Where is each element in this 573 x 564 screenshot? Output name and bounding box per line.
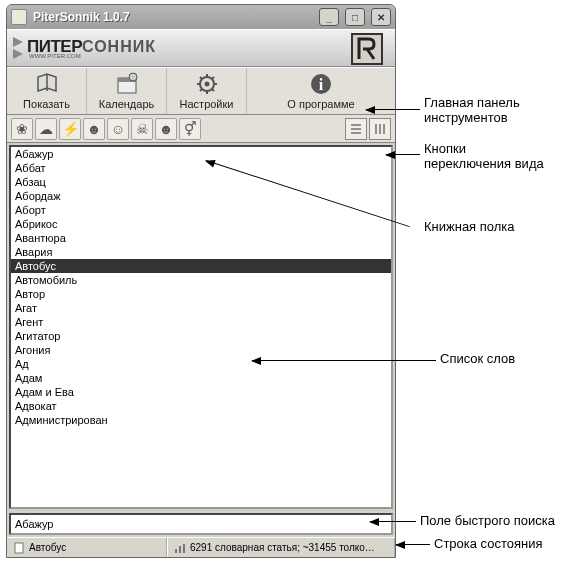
info-icon: i xyxy=(309,72,333,96)
svg-line-11 xyxy=(212,77,214,79)
word-list[interactable]: АбажурАббатАбзацАбордажАбортАбрикосАвант… xyxy=(9,145,393,509)
callout-search: Поле быстрого поиска xyxy=(420,514,555,529)
app-icon xyxy=(11,9,27,25)
logo-box xyxy=(351,33,383,65)
word-item[interactable]: Авария xyxy=(11,245,391,259)
word-item[interactable]: Автомобиль xyxy=(11,273,391,287)
word-item[interactable]: Агитатор xyxy=(11,329,391,343)
status-stats: 6291 словарная статья; ~31455 толко… xyxy=(167,538,395,557)
main-toolbar: Показать Календарь Настройки i О програм… xyxy=(7,67,395,115)
word-item[interactable]: Автор xyxy=(11,287,391,301)
logo-r-icon xyxy=(355,37,379,61)
word-item[interactable]: Агония xyxy=(11,343,391,357)
settings-label: Настройки xyxy=(180,98,234,110)
word-item[interactable]: Автобус xyxy=(11,259,391,273)
bookshelf-toolbar: ❀☁⚡☻☺☠☻⚥ xyxy=(7,115,395,143)
brand-sonnik: СОННИК xyxy=(82,38,156,55)
chevrons-icon xyxy=(13,37,23,59)
close-button[interactable]: ✕ xyxy=(371,8,391,26)
minimize-button[interactable]: _ xyxy=(319,8,339,26)
titlebar: PiterSonnik 1.0.7 _ □ ✕ xyxy=(7,5,395,29)
stats-icon xyxy=(174,542,186,554)
status-stats-text: 6291 словарная статья; ~31455 толко… xyxy=(190,542,375,553)
svg-rect-23 xyxy=(179,546,181,553)
word-item[interactable]: Агат xyxy=(11,301,391,315)
gender-icon[interactable]: ⚥ xyxy=(179,118,201,140)
calendar-button[interactable]: Календарь xyxy=(87,68,167,114)
head2-icon[interactable]: ☺ xyxy=(107,118,129,140)
word-item[interactable]: Адам и Ева xyxy=(11,385,391,399)
word-item[interactable]: Абрикос xyxy=(11,217,391,231)
status-current-text: Автобус xyxy=(29,542,66,553)
word-item[interactable]: Адвокат xyxy=(11,399,391,413)
head1-icon[interactable]: ☻ xyxy=(83,118,105,140)
svg-rect-21 xyxy=(15,543,23,553)
word-item[interactable]: Администрирован xyxy=(11,413,391,427)
svg-line-9 xyxy=(200,77,202,79)
callout-status: Строка состояния xyxy=(434,537,543,552)
callout-wordlist: Список слов xyxy=(440,352,515,367)
svg-line-12 xyxy=(200,89,202,91)
gear-icon xyxy=(195,72,219,96)
about-label: О программе xyxy=(287,98,354,110)
word-item[interactable]: Аббат xyxy=(11,161,391,175)
banner: ПИТЕРСОННИК WWW.PITER.COM xyxy=(7,29,395,67)
svg-point-4 xyxy=(204,82,209,87)
storm-icon[interactable]: ⚡ xyxy=(59,118,81,140)
status-current: Автобус xyxy=(7,538,167,557)
status-bar: Автобус 6291 словарная статья; ~31455 то… xyxy=(7,537,395,557)
calendar-label: Календарь xyxy=(99,98,155,110)
svg-point-2 xyxy=(129,73,137,81)
settings-button[interactable]: Настройки xyxy=(167,68,247,114)
window-title: PiterSonnik 1.0.7 xyxy=(33,10,313,24)
shelf-items: ❀☁⚡☻☺☠☻⚥ xyxy=(11,118,201,140)
show-label: Показать xyxy=(23,98,70,110)
callout-view-buttons: Кнопки переключения вида xyxy=(424,142,544,172)
calendar-icon xyxy=(115,72,139,96)
word-item[interactable]: Абзац xyxy=(11,175,391,189)
show-button[interactable]: Показать xyxy=(7,68,87,114)
word-item[interactable]: Абажур xyxy=(11,147,391,161)
book-icon xyxy=(35,72,59,96)
maximize-button[interactable]: □ xyxy=(345,8,365,26)
callout-main-toolbar: Главная панель инструментов xyxy=(424,96,520,126)
word-item[interactable]: Агент xyxy=(11,315,391,329)
search-row xyxy=(9,513,393,535)
view-columns-button[interactable] xyxy=(369,118,391,140)
word-item[interactable]: Авантюра xyxy=(11,231,391,245)
word-item[interactable]: Аборт xyxy=(11,203,391,217)
app-window: PiterSonnik 1.0.7 _ □ ✕ ПИТЕРСОННИК WWW.… xyxy=(6,4,396,558)
doc-icon xyxy=(13,542,25,554)
cloud-icon[interactable]: ☁ xyxy=(35,118,57,140)
search-input[interactable] xyxy=(15,518,387,530)
callout-shelf: Книжная полка xyxy=(424,220,515,235)
brand: ПИТЕРСОННИК WWW.PITER.COM xyxy=(27,37,156,59)
head3-icon[interactable]: ☻ xyxy=(155,118,177,140)
svg-rect-24 xyxy=(183,544,185,553)
svg-rect-22 xyxy=(175,549,177,553)
word-item[interactable]: Адам xyxy=(11,371,391,385)
tulip-icon[interactable]: ❀ xyxy=(11,118,33,140)
skull-icon[interactable]: ☠ xyxy=(131,118,153,140)
svg-line-10 xyxy=(212,89,214,91)
view-list-button[interactable] xyxy=(345,118,367,140)
svg-text:i: i xyxy=(319,76,324,93)
